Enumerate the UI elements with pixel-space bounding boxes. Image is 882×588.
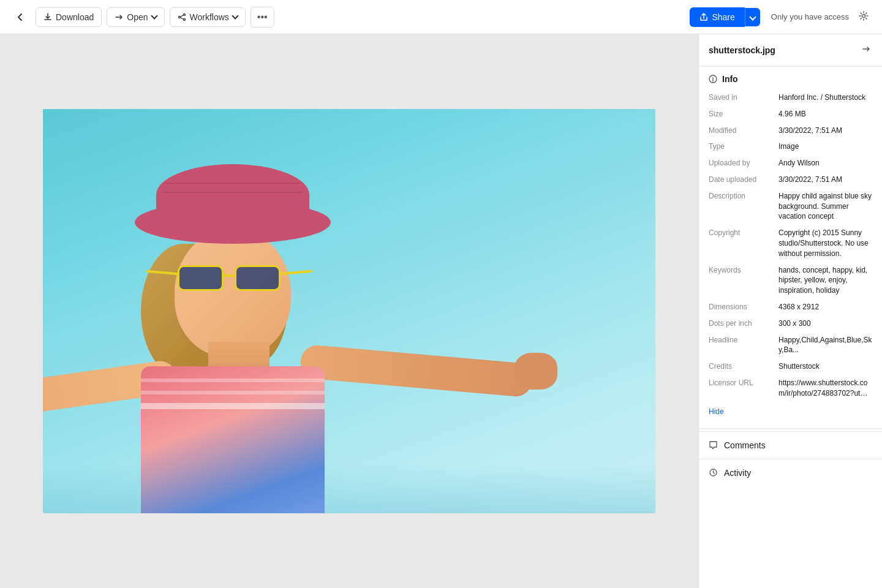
info-icon	[709, 75, 717, 83]
modified-label: Modified	[709, 126, 776, 136]
workflows-icon	[178, 13, 186, 21]
workflows-chevron-icon	[232, 12, 238, 19]
download-label: Download	[56, 12, 94, 22]
info-row-size: Size 4.96 MB	[709, 109, 872, 119]
share-chevron-button[interactable]	[745, 8, 760, 26]
description-value: Happy child against blue sky background.…	[778, 191, 872, 222]
info-row-headline: Headline Happy,Child,Against,Blue,Sky,Ba…	[709, 335, 872, 356]
info-row-description: Description Happy child against blue sky…	[709, 191, 872, 222]
info-section-header: Info	[709, 74, 872, 84]
svg-point-3	[862, 14, 865, 17]
panel-expand-button[interactable]	[860, 43, 872, 58]
hat-brim	[135, 201, 331, 244]
hat-line1	[165, 183, 300, 184]
size-label: Size	[709, 109, 776, 119]
comments-label: Comments	[724, 440, 766, 450]
info-row-keywords: Keywords hands, concept, happy, kid, hip…	[709, 265, 872, 296]
type-value: Image	[778, 141, 872, 152]
credits-value: Shutterstock	[778, 361, 872, 372]
dpi-value: 300 x 300	[778, 318, 872, 329]
size-value: 4.96 MB	[778, 109, 872, 119]
back-button[interactable]	[10, 8, 31, 26]
shirt-body	[141, 366, 325, 513]
info-row-copyright: Copyright Copyright (c) 2015 Sunny studi…	[709, 228, 872, 258]
hide-button[interactable]: Hide	[709, 405, 724, 418]
dpi-label: Dots per inch	[709, 318, 776, 329]
hand-right	[514, 353, 557, 390]
open-chevron-icon	[151, 12, 157, 19]
svg-point-0	[178, 16, 180, 18]
licensor-url-value: https://www.shutterstock.com/ir/photo/27…	[778, 378, 872, 399]
share-group: Share	[690, 7, 760, 27]
access-text: Only you have access	[771, 12, 849, 21]
toolbar-left: Download Open Workflows •••	[10, 7, 274, 28]
info-row-date-uploaded: Date uploaded 3/30/2022, 7:51 AM	[709, 175, 872, 185]
headline-value: Happy,Child,Against,Blue,Sky,Ba...	[778, 335, 872, 356]
share-chevron-icon	[749, 13, 756, 20]
download-icon	[43, 13, 52, 21]
panel-filename: shutterstock.jpg	[709, 45, 775, 55]
info-section-title: Info	[722, 74, 738, 84]
description-label: Description	[709, 191, 776, 202]
copyright-label: Copyright	[709, 228, 776, 238]
dimensions-label: Dimensions	[709, 302, 776, 312]
info-row-modified: Modified 3/30/2022, 7:51 AM	[709, 126, 872, 136]
credits-label: Credits	[709, 361, 776, 372]
share-icon	[699, 13, 708, 21]
date-uploaded-value: 3/30/2022, 7:51 AM	[778, 175, 872, 185]
open-icon	[115, 13, 123, 21]
uploaded-by-value: Andy Wilson	[778, 158, 872, 168]
info-row-saved-in: Saved in Hanford Inc. / Shutterstock	[709, 92, 872, 103]
face	[175, 228, 291, 357]
glasses-bridge	[224, 274, 235, 277]
photo-canvas	[43, 109, 655, 513]
svg-point-1	[183, 13, 185, 15]
svg-point-2	[183, 18, 185, 20]
dimensions-value: 4368 x 2912	[778, 302, 872, 312]
info-section: Info Saved in Hanford Inc. / Shutterstoc…	[699, 67, 882, 426]
activity-icon	[709, 468, 718, 477]
uploaded-by-label: Uploaded by	[709, 158, 776, 168]
lens-left	[178, 265, 224, 291]
stripe-white	[141, 403, 325, 409]
horizon-gradient	[43, 464, 655, 513]
expand-icon	[861, 44, 871, 54]
info-row-type: Type Image	[709, 141, 872, 152]
open-button[interactable]: Open	[107, 7, 164, 27]
workflows-button[interactable]: Workflows	[170, 7, 246, 27]
modified-value: 3/30/2022, 7:51 AM	[778, 126, 872, 136]
toolbar-right: Share Only you have access	[690, 7, 872, 27]
keywords-label: Keywords	[709, 265, 776, 276]
headline-label: Headline	[709, 335, 776, 345]
right-panel: shutterstock.jpg Info Saved in Hanford I…	[698, 34, 882, 588]
share-button[interactable]: Share	[690, 7, 744, 27]
workflows-label: Workflows	[190, 12, 229, 22]
info-row-dpi: Dots per inch 300 x 300	[709, 318, 872, 329]
open-label: Open	[127, 12, 148, 22]
toolbar: Download Open Workflows •••	[0, 0, 882, 34]
comments-section-button[interactable]: Comments	[699, 431, 882, 459]
gear-button[interactable]	[855, 7, 872, 27]
more-button[interactable]: •••	[251, 7, 274, 28]
lens-right	[235, 265, 281, 291]
info-row-dimensions: Dimensions 4368 x 2912	[709, 302, 872, 312]
download-button[interactable]: Download	[36, 7, 102, 27]
info-row-licensor-url: Licensor URL https://www.shutterstock.co…	[709, 378, 872, 399]
type-label: Type	[709, 141, 776, 152]
panel-divider-1	[699, 428, 882, 429]
info-row-credits: Credits Shutterstock	[709, 361, 872, 372]
licensor-url-label: Licensor URL	[709, 378, 776, 388]
gear-icon	[859, 11, 869, 21]
activity-section-button[interactable]: Activity	[699, 459, 882, 486]
image-area	[0, 34, 698, 588]
share-label: Share	[712, 12, 734, 22]
saved-in-label: Saved in	[709, 92, 776, 103]
main-layout: shutterstock.jpg Info Saved in Hanford I…	[0, 34, 882, 588]
comments-icon	[709, 440, 718, 450]
date-uploaded-label: Date uploaded	[709, 175, 776, 185]
hat-line2	[162, 192, 303, 193]
info-row-uploaded-by: Uploaded by Andy Wilson	[709, 158, 872, 168]
copyright-value: Copyright (c) 2015 Sunny studio/Shutters…	[778, 228, 872, 258]
sky-background	[43, 109, 655, 513]
keywords-value: hands, concept, happy, kid, hipster, yel…	[778, 265, 872, 296]
